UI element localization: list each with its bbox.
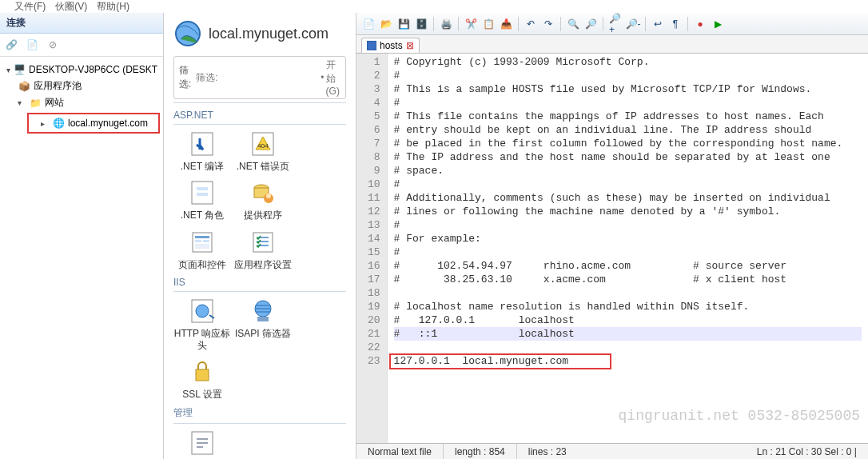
connections-toolbar: 🔗 📄 ⊘ <box>0 34 163 57</box>
code-line[interactable] <box>394 341 862 354</box>
svg-rect-1 <box>192 133 213 155</box>
connect-icon[interactable]: 🔗 <box>3 37 19 53</box>
icon-label: 应用程序设置 <box>234 259 292 270</box>
show-all-chars-icon[interactable]: ¶ <box>668 17 683 31</box>
macro-play-icon[interactable]: ▶ <box>711 17 725 31</box>
code-line[interactable]: # This is a sample HOSTS file used by Mi… <box>394 82 862 96</box>
tree-root[interactable]: ▾ 🖥️ DESKTOP-VJ8P6CC (DESKT <box>3 62 160 78</box>
tree-app-pools[interactable]: 📦 应用程序池 <box>3 78 160 94</box>
tree-sites[interactable]: ▾ 📁 网站 <box>3 94 160 111</box>
new-file-icon[interactable]: 📄 <box>361 17 376 31</box>
svg-point-11 <box>266 194 271 198</box>
feature-net-compile[interactable]: .NET 编译 <box>173 130 231 172</box>
menu-help[interactable]: 帮助(H) <box>97 0 129 13</box>
globe-icon: 🌐 <box>52 117 65 130</box>
code-line[interactable]: # be placed in the first column followed… <box>394 137 862 150</box>
code-line[interactable]: # <box>394 69 862 82</box>
feature-ssl-settings[interactable]: SSL 设置 <box>173 357 231 400</box>
code-lines[interactable]: # Copyright (c) 1993-2009 Microsoft Corp… <box>388 54 868 443</box>
undo-icon[interactable]: ↶ <box>524 17 538 31</box>
code-line[interactable]: # <box>394 178 862 191</box>
code-line[interactable]: # entry should be kept on an individual … <box>394 123 862 137</box>
svg-rect-6 <box>197 187 208 190</box>
copy-icon[interactable]: 📋 <box>481 17 496 31</box>
status-lines: lines : 23 <box>517 444 578 459</box>
text-editor: 📄 📂 💾 🗄️ 🖨️ ✂️ 📋 📥 ↶ ↷ 🔍 🔎 🔎+ 🔎- ↩ ¶ ● <box>356 13 868 459</box>
code-line[interactable]: 127.0.0.1 local.mynuget.com <box>394 354 862 368</box>
code-line[interactable]: # <box>394 218 862 232</box>
zoom-in-icon[interactable]: 🔎+ <box>608 17 623 31</box>
server-tree[interactable]: ▾ 🖥️ DESKTOP-VJ8P6CC (DESKT 📦 应用程序池 ▾ 📁 … <box>0 57 163 138</box>
code-line[interactable]: # 102.54.94.97 rhino.acme.com # source s… <box>394 259 862 273</box>
status-length: length : 854 <box>444 444 517 459</box>
code-line[interactable]: # localhost name resolution is handled w… <box>394 300 862 313</box>
code-line[interactable]: # Additionally, comments (such as these)… <box>394 191 862 205</box>
feature-http-headers[interactable]: HTTP 响应标头 <box>173 297 231 351</box>
code-line[interactable]: # 127.0.0.1 localhost <box>394 313 862 327</box>
section-iis: IIS <box>173 277 346 288</box>
find-icon[interactable]: 🔍 <box>566 17 580 31</box>
cut-icon[interactable]: ✂️ <box>464 17 478 31</box>
tree-site-label: local.mynuget.com <box>68 118 148 129</box>
code-line[interactable]: # For example: <box>394 232 862 245</box>
wordwrap-icon[interactable]: ↩ <box>651 17 665 31</box>
redo-icon[interactable]: ↷ <box>541 17 555 31</box>
code-line[interactable]: # <box>394 245 862 259</box>
server-icon: 🖥️ <box>14 63 26 76</box>
macro-record-icon[interactable]: ● <box>693 17 707 31</box>
code-area[interactable]: 1234567891011121314151617181920212223 # … <box>356 54 868 443</box>
code-line[interactable]: # lines or following the machine name de… <box>394 205 862 218</box>
code-line[interactable]: # space. <box>394 164 862 178</box>
svg-rect-14 <box>195 240 201 242</box>
file-tab-hosts[interactable]: hosts ⊠ <box>361 38 420 53</box>
chevron-down-icon[interactable]: ▾ <box>18 98 26 107</box>
editor-status-bar: Normal text file length : 854 lines : 23… <box>356 443 868 459</box>
zoom-out-icon[interactable]: 🔎- <box>626 17 640 31</box>
save-all-icon[interactable]: 🗄️ <box>414 17 428 31</box>
editor-tab-bar: hosts ⊠ <box>356 35 868 54</box>
print-icon[interactable]: 🖨️ <box>439 17 453 31</box>
menu-view[interactable]: 伙圈(V) <box>55 0 87 13</box>
code-line[interactable] <box>394 286 862 300</box>
svg-rect-22 <box>196 369 209 381</box>
icon-label: HTTP 响应标头 <box>173 328 231 351</box>
menu-file[interactable]: 又件(F) <box>14 0 46 13</box>
svg-rect-13 <box>195 236 209 238</box>
page-title: local.mynuget.com <box>209 26 328 42</box>
feature-net-roles[interactable]: .NET 角色 <box>173 178 231 221</box>
feature-app-settings[interactable]: 应用程序设置 <box>234 228 292 270</box>
feature-config-editor[interactable]: 配置编辑器 <box>173 429 231 459</box>
feature-net-error[interactable]: 404 .NET 错误页 <box>234 130 292 172</box>
replace-icon[interactable]: 🔎 <box>583 17 598 31</box>
feature-isapi-filters[interactable]: ISAPI 筛选器 <box>234 297 292 351</box>
feature-pages-controls[interactable]: 页面和控件 <box>173 228 231 270</box>
feature-providers[interactable]: 提供程序 <box>234 178 292 221</box>
filter-input[interactable] <box>196 72 316 83</box>
code-line[interactable]: # ::1 localhost <box>394 327 862 341</box>
code-line[interactable]: # This file contains the mappings of IP … <box>394 110 862 123</box>
file-tab-label: hosts <box>380 40 403 51</box>
code-line[interactable]: # The IP address and the host name shoul… <box>394 150 862 164</box>
icon-label: 页面和控件 <box>178 259 226 270</box>
start-button[interactable]: 开始(G) <box>326 58 340 97</box>
tree-site-selected[interactable]: ▸ 🌐 local.mynuget.com <box>31 115 156 131</box>
editor-toolbar: 📄 📂 💾 🗄️ 🖨️ ✂️ 📋 📥 ↶ ↷ 🔍 🔎 🔎+ 🔎- ↩ ¶ ● <box>356 13 868 35</box>
code-line[interactable]: # Copyright (c) 1993-2009 Microsoft Corp… <box>394 55 862 69</box>
icon-label: ISAPI 筛选器 <box>235 328 291 339</box>
stop-icon[interactable]: ⊘ <box>45 37 61 53</box>
line-gutter: 1234567891011121314151617181920212223 <box>356 54 388 443</box>
svg-rect-16 <box>195 244 209 249</box>
refresh-icon[interactable]: 📄 <box>24 37 40 53</box>
chevron-down-icon[interactable]: ▾ <box>6 66 10 74</box>
code-line[interactable]: # <box>394 96 862 110</box>
folder-icon: 📁 <box>29 97 42 110</box>
icon-label: SSL 设置 <box>182 389 222 400</box>
open-icon[interactable]: 📂 <box>379 17 393 31</box>
chevron-right-icon[interactable]: ▸ <box>41 119 49 128</box>
paste-icon[interactable]: 📥 <box>499 17 513 31</box>
icon-label: .NET 错误页 <box>237 161 289 172</box>
code-line[interactable]: # 38.25.63.10 x.acme.com # x client host <box>394 273 862 286</box>
section-manage: 管理 <box>173 406 346 420</box>
save-icon[interactable]: 💾 <box>396 17 411 31</box>
close-icon[interactable]: ⊠ <box>406 40 414 51</box>
